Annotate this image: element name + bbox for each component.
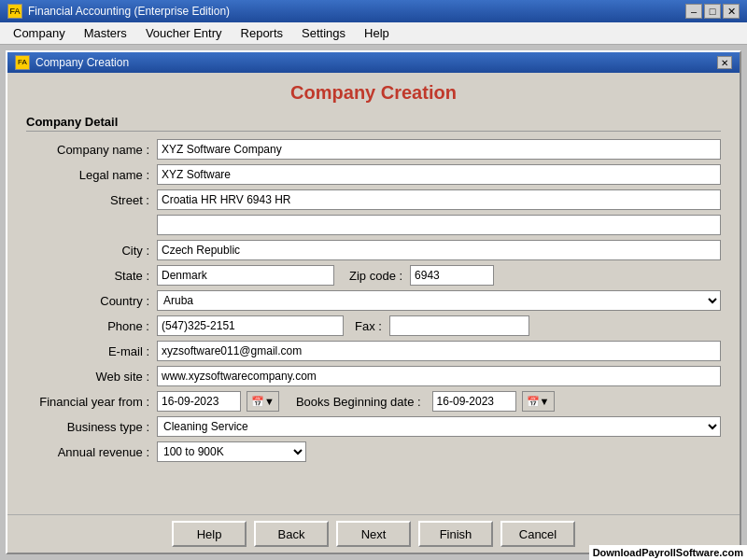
phone-label: Phone : (26, 319, 157, 333)
dialog-icon: FA (15, 55, 30, 70)
menu-masters[interactable]: Masters (75, 24, 136, 42)
zip-input[interactable] (410, 265, 494, 286)
phone-input[interactable] (157, 315, 344, 336)
legal-name-label: Legal name : (26, 168, 157, 182)
books-label: Books Beginning date : (296, 395, 421, 409)
financial-year-row: Financial year from : 📅▼ Books Beginning… (26, 391, 721, 412)
dialog-close-button[interactable]: ✕ (717, 56, 732, 69)
street-input[interactable] (157, 189, 721, 210)
state-zip-row: State : Zip code : (26, 265, 721, 286)
business-type-row: Business type : Cleaning Service Retail … (26, 416, 721, 437)
menu-voucher-entry[interactable]: Voucher Entry (136, 24, 232, 42)
email-label: E-mail : (26, 344, 157, 358)
state-input[interactable] (157, 265, 334, 286)
fin-year-label: Financial year from : (26, 395, 157, 409)
business-type-select[interactable]: Cleaning Service Retail Manufacturing Se… (157, 416, 721, 437)
section-title: Company Detail (26, 115, 721, 132)
annual-revenue-row: Annual revenue : 100 to 900K 900K to 5M … (26, 441, 721, 462)
business-type-label: Business type : (26, 420, 157, 434)
legal-name-input[interactable] (157, 164, 721, 185)
website-row: Web site : (26, 366, 721, 386)
city-row: City : (26, 240, 721, 260)
email-row: E-mail : (26, 341, 721, 361)
city-input[interactable] (157, 240, 721, 260)
street2-input[interactable] (157, 215, 721, 235)
books-date-input[interactable] (432, 391, 516, 412)
legal-name-row: Legal name : (26, 164, 721, 185)
company-name-row: Company name : (26, 139, 721, 160)
title-bar: FA Financial Accounting (Enterprise Edit… (0, 0, 747, 22)
dialog-heading: Company Creation (26, 82, 721, 104)
minimize-button[interactable]: – (685, 4, 702, 19)
next-button[interactable]: Next (336, 521, 411, 547)
email-input[interactable] (157, 341, 721, 361)
annual-revenue-select[interactable]: 100 to 900K 900K to 5M 5M+ (157, 441, 306, 462)
cancel-button[interactable]: Cancel (500, 521, 575, 547)
company-name-input[interactable] (157, 139, 721, 160)
dialog-title: Company Creation (35, 56, 129, 69)
app-title: Financial Accounting (Enterprise Edition… (28, 5, 230, 18)
menu-settings[interactable]: Settings (292, 24, 355, 42)
app-icon: FA (7, 4, 22, 19)
dialog-title-bar: FA Company Creation ✕ (7, 52, 740, 73)
watermark: DownloadPayrollSoftware.com (589, 545, 747, 560)
menu-bar: Company Masters Voucher Entry Reports Se… (0, 22, 747, 45)
finish-button[interactable]: Finish (418, 521, 493, 547)
menu-help[interactable]: Help (355, 24, 399, 42)
street-row: Street : (26, 189, 721, 210)
company-name-label: Company name : (26, 143, 157, 157)
maximize-button[interactable]: □ (704, 4, 721, 19)
country-label: Country : (26, 294, 157, 308)
fin-year-calendar-button[interactable]: 📅▼ (247, 391, 279, 412)
menu-company[interactable]: Company (4, 24, 75, 42)
fin-year-input[interactable] (157, 391, 241, 412)
country-row: Country : Aruba United States Croatia Cz… (26, 290, 721, 311)
help-button[interactable]: Help (172, 521, 247, 547)
menu-reports[interactable]: Reports (232, 24, 293, 42)
website-label: Web site : (26, 370, 157, 384)
title-bar-controls: – □ ✕ (685, 4, 740, 19)
zip-label: Zip code : (349, 269, 402, 283)
back-button[interactable]: Back (254, 521, 329, 547)
state-label: State : (26, 269, 157, 283)
annual-revenue-label: Annual revenue : (26, 445, 157, 459)
street-label: Street : (26, 193, 157, 207)
close-button[interactable]: ✕ (723, 4, 740, 19)
city-label: City : (26, 244, 157, 258)
street2-row (26, 215, 721, 235)
country-select[interactable]: Aruba United States Croatia Czech Republ… (157, 290, 721, 311)
phone-fax-row: Phone : Fax : (26, 315, 721, 336)
dialog: FA Company Creation ✕ Company Creation C… (6, 50, 741, 554)
books-date-calendar-button[interactable]: 📅▼ (522, 391, 555, 412)
website-input[interactable] (157, 366, 721, 386)
dialog-content: Company Creation Company Detail Company … (7, 73, 740, 514)
outer-window: FA Company Creation ✕ Company Creation C… (0, 45, 747, 560)
fax-label: Fax : (355, 319, 382, 333)
fax-input[interactable] (389, 315, 529, 336)
